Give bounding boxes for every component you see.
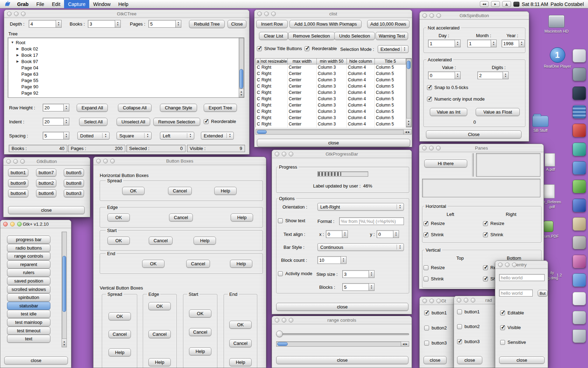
test-saved-position-button[interactable]: saved position (7, 277, 50, 285)
top-shrink-checkbox[interactable]: Shrink (424, 276, 444, 281)
desktop-icon-realone[interactable]: 1 RealOne Player (541, 47, 574, 68)
column-header[interactable]: min width 50 (317, 59, 347, 64)
scale-slider-handle[interactable] (276, 330, 283, 337)
menu-window[interactable]: Window (89, 0, 114, 8)
dock-icon[interactable] (573, 49, 586, 62)
table-row[interactable]: CRightCenterColumn 3Column 4Column 5 (256, 77, 406, 83)
range-scrollbar[interactable]: ◀▶ (276, 341, 409, 347)
scrollbar-arrows-icon[interactable]: ◀▶ (401, 342, 409, 346)
day-input[interactable]: 1 (428, 40, 455, 47)
trash-icon[interactable] (573, 329, 586, 343)
minimize-button[interactable] (282, 318, 286, 322)
close-button[interactable] (3, 222, 8, 226)
close-button[interactable]: close (276, 303, 408, 311)
scrollbar-thumb[interactable] (239, 69, 243, 89)
zoom-button[interactable] (20, 159, 25, 164)
left-shrink-checkbox[interactable]: Shrink (424, 232, 444, 237)
combo-button[interactable]: But (538, 290, 548, 297)
radio-button2[interactable]: button2 (457, 324, 479, 329)
tree-scrollbar[interactable]: ▲▼ (239, 38, 244, 97)
zoom-button[interactable] (110, 159, 115, 163)
minimize-button[interactable] (264, 12, 269, 16)
column-header[interactable]: a (256, 59, 260, 64)
minimize-button[interactable] (282, 152, 286, 156)
radio-button1[interactable]: button1 (457, 309, 479, 314)
blocks-stepper[interactable]: ▲▼ (369, 283, 374, 291)
scale-slider-track[interactable] (276, 333, 409, 335)
minimize-button[interactable] (13, 159, 18, 164)
test-mainloop-button[interactable]: test mainloop (7, 318, 50, 326)
close-button[interactable] (422, 146, 427, 150)
top-resize-checkbox[interactable]: Resize (424, 265, 445, 270)
zoom-button[interactable] (436, 299, 441, 303)
menu-capture[interactable]: Capture (64, 0, 89, 8)
left-resize-checkbox[interactable]: Resize (424, 221, 445, 226)
cancel-button[interactable]: Cancel (149, 237, 173, 245)
depth-input[interactable]: 4 (29, 20, 56, 28)
ok-button[interactable]: OK (229, 321, 252, 329)
zoom-button[interactable] (21, 12, 26, 16)
ok-button[interactable]: OK (107, 237, 130, 245)
right-shrink-checkbox[interactable]: Shrink (483, 232, 503, 237)
titlebar[interactable]: Gtk+ v1.2.10 (0, 220, 71, 228)
dock-icon[interactable] (573, 273, 586, 287)
close-button[interactable]: close (257, 139, 410, 147)
row-height-stepper[interactable]: ▲▼ (64, 104, 69, 111)
button6[interactable]: button6 (36, 189, 56, 197)
books-input[interactable]: 3 (88, 20, 115, 28)
dock-icon[interactable] (573, 68, 586, 81)
table-row[interactable]: CRightCenterColumn 3Column 4Column 5 (256, 71, 406, 77)
eject-menu-icon[interactable]: ▲ (502, 1, 511, 7)
radio-button3[interactable]: button3 (457, 339, 479, 344)
displays-menu-icon[interactable] (513, 2, 519, 7)
close-button[interactable] (7, 12, 12, 16)
spacing-stepper[interactable]: ▲▼ (64, 132, 69, 139)
close-button[interactable]: close (4, 356, 68, 364)
menu-help[interactable]: Help (114, 0, 132, 8)
x-stepper[interactable]: ▲▼ (342, 230, 348, 238)
warning-test-button[interactable]: Warning Test (376, 32, 408, 40)
close-button[interactable]: close (424, 356, 447, 364)
collapse-all-button[interactable]: Collapse All (118, 104, 152, 112)
tree-view[interactable]: ▼Root ▶Book 02 ▶Book 17 ▶Book 97 Page 04… (8, 38, 244, 98)
tree-node[interactable]: Page 63 (16, 71, 38, 77)
test-range-controls-button[interactable]: range controls (7, 252, 50, 260)
table-row[interactable]: CRightCenterColumn 3Column 4Column 5 (256, 109, 406, 115)
insert-row-button[interactable]: Insert Row (256, 20, 288, 28)
zoom-button[interactable] (471, 298, 475, 302)
show-title-buttons-checkbox[interactable]: Show Title Buttons (257, 46, 302, 51)
tree-node[interactable]: Page 90 (16, 83, 38, 90)
indent-input[interactable]: 20 (43, 118, 64, 125)
table-row[interactable]: CRightCenterColumn 3Column 4Column 5 (256, 90, 406, 96)
scrollbar-thumb[interactable] (407, 61, 411, 69)
step-size-stepper[interactable]: ▲▼ (369, 270, 374, 278)
numeric-only-checkbox[interactable]: Numeric only input mode (427, 96, 485, 102)
tree-node[interactable]: Page 04 (16, 64, 38, 71)
close-button[interactable] (457, 298, 461, 302)
zoom-button[interactable] (436, 13, 441, 18)
selection-mode-dropdown[interactable]: Extended▲▼ (378, 45, 408, 53)
close-button[interactable] (498, 263, 503, 267)
block-count-stepper[interactable]: ▲▼ (341, 256, 346, 264)
format-input[interactable]: %v from [%l,%u] (=%p%%) (339, 217, 404, 225)
indent-stepper[interactable]: ▲▼ (64, 118, 69, 125)
button2[interactable]: button2 (36, 179, 56, 187)
table-row[interactable]: CRightCenterColumn 3Column 4Column 5 (256, 102, 406, 109)
scrollbar-thumb[interactable] (62, 256, 66, 312)
block-count-input[interactable]: 10 (317, 256, 341, 264)
help-button[interactable]: Help (214, 187, 237, 195)
text-input[interactable]: hello world (499, 274, 545, 281)
dock-icon[interactable] (573, 105, 586, 118)
test-scrolled-windows-button[interactable]: scrolled windows (7, 285, 50, 293)
day-stepper[interactable]: ▲▼ (455, 40, 461, 47)
document-icon[interactable] (544, 221, 553, 232)
dock-icon[interactable] (573, 217, 586, 231)
titlebar[interactable]: clist (254, 10, 412, 18)
test-progress-bar-button[interactable]: progress bar (7, 236, 50, 244)
cancel-button[interactable]: Cancel (169, 213, 193, 222)
editable-checkbox[interactable]: Editable (500, 310, 524, 315)
dock-icon[interactable] (573, 311, 586, 324)
combo-input[interactable]: hello world (499, 289, 533, 297)
x-input[interactable]: 0 (326, 230, 342, 238)
close-button[interactable]: close (457, 356, 482, 364)
